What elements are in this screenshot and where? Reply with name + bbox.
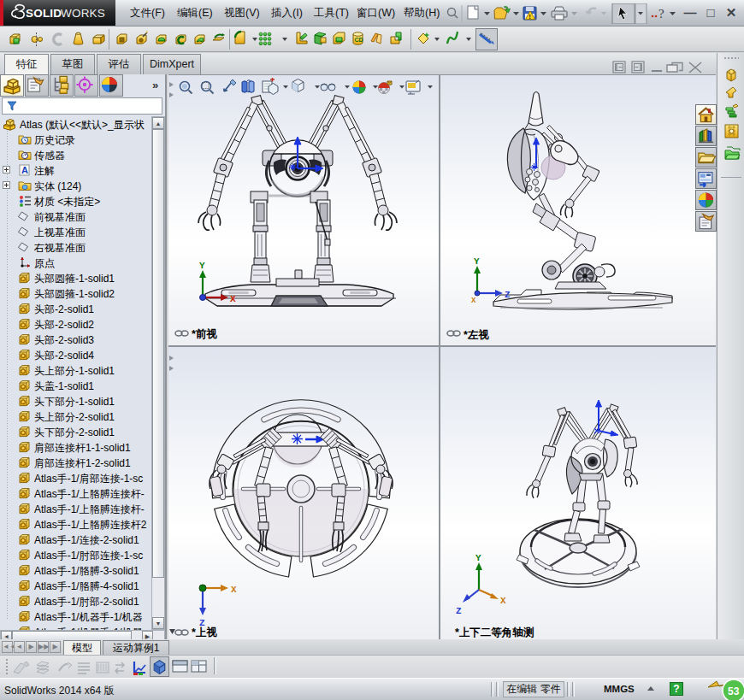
svg-text:X: X bbox=[471, 297, 476, 305]
svg-text:?: ? bbox=[658, 7, 664, 21]
svg-text:Z: Z bbox=[505, 290, 511, 300]
svg-text:!: ! bbox=[528, 13, 531, 21]
svg-text:53: 53 bbox=[728, 685, 740, 697]
svg-text:X: X bbox=[230, 294, 236, 304]
svg-text:CD: CD bbox=[355, 37, 363, 43]
svg-text:X: X bbox=[500, 596, 506, 606]
svg-text:WORKS: WORKS bbox=[61, 7, 105, 20]
svg-text:X: X bbox=[231, 585, 237, 595]
svg-text:Y: Y bbox=[475, 553, 481, 563]
svg-text:SOLID: SOLID bbox=[26, 7, 62, 20]
svg-text:Z: Z bbox=[456, 606, 462, 616]
svg-text:Y: Y bbox=[474, 256, 480, 267]
svg-text:Y: Y bbox=[199, 261, 205, 271]
